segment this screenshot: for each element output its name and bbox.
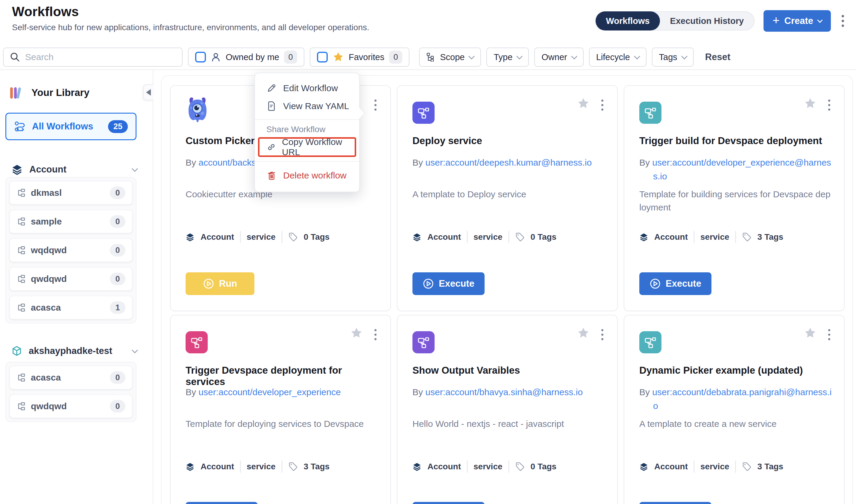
workflow-tree-icon <box>16 217 25 226</box>
card-author: By user:account/developer_experience@har… <box>639 156 832 183</box>
account-items-group: dkmasl 0 sample 0 wqdqwd 0 qwdqwd 0 acas… <box>5 177 136 323</box>
workflow-icon <box>639 102 662 124</box>
sidebar-section-account[interactable]: Account <box>11 164 137 175</box>
type-dropdown[interactable]: Type <box>486 48 529 67</box>
page-kebab-menu[interactable] <box>840 13 846 29</box>
workflow-tree-icon <box>16 373 25 382</box>
favorite-star-icon[interactable] <box>804 97 817 110</box>
workflow-tree-icon <box>16 402 25 411</box>
link-icon <box>267 142 275 152</box>
sidebar-item-wqdqwd[interactable]: wqdqwd 0 <box>10 238 132 262</box>
execute-button[interactable]: Execute <box>639 272 712 295</box>
workflow-card-trigger-build: Trigger build for Devspace deployment By… <box>624 85 845 311</box>
favorite-star-icon[interactable] <box>350 327 363 339</box>
workflow-card-deploy-service: Deploy service By user:account/deepesh.k… <box>397 85 618 311</box>
card-kebab-menu[interactable] <box>373 327 378 342</box>
sidebar-item-qwdqwd-2[interactable]: qwdqwd 0 <box>10 395 132 418</box>
card-description: A template to create a new service <box>639 417 831 430</box>
card-title: Trigger build for Devspace deployment <box>639 135 830 146</box>
owned-by-me-filter[interactable]: Owned by me 0 <box>188 48 304 67</box>
chevron-down-icon <box>516 53 523 59</box>
card-footer: Account service 3 Tags <box>186 461 381 473</box>
workflow-context-menu: Edit Workflow View Raw YAML Share Workfl… <box>254 73 360 192</box>
cube-icon <box>11 345 22 356</box>
card-kebab-menu[interactable] <box>373 98 378 112</box>
favorites-checkbox[interactable] <box>317 52 328 62</box>
execute-button[interactable]: Execute <box>412 502 484 504</box>
lifecycle-dropdown[interactable]: Lifecycle <box>589 48 647 67</box>
menu-item-copy-workflow-url[interactable]: Copy Workflow URL <box>259 139 355 156</box>
card-author: By user:account/deepesh.kumar@harness.io <box>412 156 605 169</box>
sidebar-item-dkmasl[interactable]: dkmasl 0 <box>10 181 132 204</box>
sidebar-item-all-workflows[interactable]: All Workflows 25 <box>5 113 136 140</box>
author-link[interactable]: user:account/developer_experience <box>199 387 341 397</box>
layers-icon <box>412 462 422 471</box>
author-link[interactable]: account/backs <box>199 158 256 167</box>
menu-item-edit-workflow[interactable]: Edit Workflow <box>255 79 359 97</box>
tab-execution-history[interactable]: Execution History <box>660 11 754 31</box>
author-link[interactable]: user:account/deepesh.kumar@harness.io <box>425 158 592 167</box>
card-title: Dynamic Picker example (updated) <box>639 365 830 376</box>
card-kebab-menu[interactable] <box>826 327 832 342</box>
chevron-down-icon <box>132 165 138 172</box>
tag-icon <box>742 462 752 471</box>
page-title: Workflows <box>12 4 79 19</box>
sidebar: Your Library All Workflows 25 Account <box>0 70 153 504</box>
favorite-star-icon[interactable] <box>804 327 817 339</box>
reset-filters-button[interactable]: Reset <box>705 52 730 62</box>
trash-icon <box>267 170 277 181</box>
favorite-star-icon[interactable] <box>577 327 589 339</box>
sidebar-item-acasca[interactable]: acasca 1 <box>10 296 132 319</box>
card-description: A template to Deploy service <box>412 188 604 201</box>
play-icon <box>423 278 434 289</box>
run-button[interactable]: Run <box>186 272 254 295</box>
scope-hierarchy-icon <box>426 53 435 61</box>
execute-button[interactable]: Execute <box>412 272 484 295</box>
execute-button[interactable]: Execute <box>186 502 258 504</box>
menu-item-delete-workflow[interactable]: Delete workflow <box>255 166 359 184</box>
card-kebab-menu[interactable] <box>826 98 832 112</box>
all-workflows-count-badge: 25 <box>108 120 128 133</box>
card-description: Template for deploying services to Devsp… <box>186 417 377 430</box>
card-description: Hello World - nextjs - react - javascrip… <box>412 417 604 430</box>
menu-item-view-raw-yaml[interactable]: View Raw YAML <box>255 97 359 115</box>
card-kebab-menu[interactable] <box>599 327 605 342</box>
sidebar-collapse-button[interactable] <box>143 84 153 101</box>
menu-divider <box>255 119 359 120</box>
scope-dropdown[interactable]: Scope <box>419 48 481 67</box>
tag-icon <box>515 232 525 242</box>
author-link[interactable]: user:account/bhavya.sinha@harness.io <box>425 387 583 397</box>
sidebar-item-qwdqwd[interactable]: qwdqwd 0 <box>10 267 132 291</box>
layers-icon <box>186 462 194 471</box>
play-icon <box>203 278 214 289</box>
play-icon <box>650 278 661 289</box>
author-link[interactable]: user:account/debabrata.panigrahi@harness… <box>652 387 832 411</box>
card-kebab-menu[interactable] <box>599 98 605 112</box>
card-footer: Account service 0 Tags <box>186 231 381 243</box>
execute-button[interactable]: Execute <box>639 502 712 504</box>
owned-by-me-checkbox[interactable] <box>195 52 206 62</box>
owner-dropdown[interactable]: Owner <box>534 48 583 67</box>
menu-section-share: Share Workflow <box>255 125 359 134</box>
tab-workflows[interactable]: Workflows <box>596 11 660 31</box>
search-box <box>3 48 183 67</box>
favorites-filter[interactable]: Favorites 0 <box>310 48 409 67</box>
favorite-star-icon[interactable] <box>577 97 589 110</box>
chevron-down-icon <box>634 53 640 59</box>
card-author: By user:account/developer_experience <box>186 385 378 399</box>
tag-icon <box>515 462 525 471</box>
owned-by-me-count: 0 <box>284 51 297 64</box>
workflow-card-dynamic-picker: Dynamic Picker example (updated) By user… <box>624 315 845 504</box>
search-input[interactable] <box>25 52 176 62</box>
tags-dropdown[interactable]: Tags <box>652 48 694 67</box>
menu-divider <box>255 161 359 162</box>
workflow-icon <box>412 331 434 353</box>
sidebar-section-akshayphadke-test[interactable]: akshayphadke-test <box>11 345 137 356</box>
create-button[interactable]: + Create <box>764 10 831 32</box>
sidebar-item-acasca-2[interactable]: acasca 0 <box>10 366 132 389</box>
page-subtitle: Self-service hub for new applications, i… <box>12 23 369 32</box>
author-link[interactable]: user:account/developer_experience@harnes… <box>652 158 831 181</box>
chevron-down-icon <box>571 53 577 59</box>
card-footer: Account service 0 Tags <box>412 231 608 243</box>
sidebar-item-sample[interactable]: sample 0 <box>10 210 132 233</box>
